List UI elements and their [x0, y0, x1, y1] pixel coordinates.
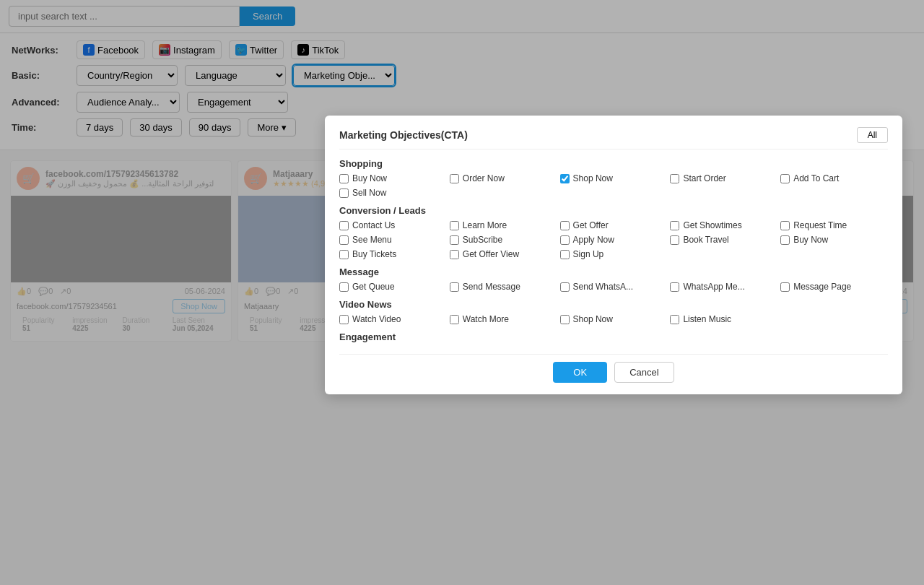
checkbox-send-whatsapp[interactable]: Send WhatsA...	[560, 282, 668, 292]
checkbox-watch-video[interactable]: Watch Video	[339, 314, 447, 324]
checkbox-subscribe-input[interactable]	[450, 235, 459, 245]
shopping-checkboxes: Buy Now Order Now Shop Now Start Order A…	[339, 173, 888, 198]
checkbox-start-order[interactable]: Start Order	[670, 173, 777, 183]
modal-header: Marketing Objectives(CTA) All	[339, 127, 888, 150]
checkbox-apply-now-input[interactable]	[560, 235, 570, 245]
checkbox-book-travel-input[interactable]	[670, 235, 679, 245]
checkbox-learn-more-input[interactable]	[450, 221, 459, 230]
checkbox-add-to-cart-input[interactable]	[780, 174, 790, 183]
checkbox-whatsapp-me[interactable]: WhatsApp Me...	[670, 282, 777, 292]
checkbox-watch-more-input[interactable]	[450, 315, 459, 324]
checkbox-sign-up-input[interactable]	[560, 250, 570, 259]
checkbox-buy-now-1-input[interactable]	[339, 174, 349, 183]
checkbox-get-queue[interactable]: Get Queue	[339, 282, 447, 292]
message-checkboxes: Get Queue Send Message Send WhatsA... Wh…	[339, 282, 888, 292]
checkbox-get-showtimes-input[interactable]	[670, 221, 679, 230]
checkbox-buy-now-1[interactable]: Buy Now	[339, 173, 447, 183]
checkbox-order-now-input[interactable]	[450, 174, 459, 183]
checkbox-watch-more[interactable]: Watch More	[450, 314, 557, 324]
checkbox-get-offer-view[interactable]: Get Offer View	[450, 249, 557, 259]
checkbox-see-menu[interactable]: See Menu	[339, 235, 447, 245]
checkbox-see-menu-input[interactable]	[339, 235, 349, 245]
checkbox-contact-us-input[interactable]	[339, 221, 349, 230]
checkbox-get-queue-input[interactable]	[339, 282, 349, 292]
section-videonews-title: Video News	[339, 299, 888, 310]
checkbox-listen-music-input[interactable]	[670, 315, 679, 324]
checkbox-contact-us[interactable]: Contact Us	[339, 220, 447, 230]
checkbox-request-time[interactable]: Request Time	[780, 220, 888, 230]
checkbox-sign-up[interactable]: Sign Up	[560, 249, 668, 259]
checkbox-order-now[interactable]: Order Now	[450, 173, 557, 183]
checkbox-send-message[interactable]: Send Message	[450, 282, 557, 292]
checkbox-watch-video-input[interactable]	[339, 315, 349, 324]
checkbox-buy-now-2-input[interactable]	[780, 235, 790, 245]
checkbox-send-whatsapp-input[interactable]	[560, 282, 570, 292]
section-shopping-title: Shopping	[339, 158, 888, 169]
checkbox-start-order-input[interactable]	[670, 174, 679, 183]
checkbox-whatsapp-me-input[interactable]	[670, 282, 679, 292]
all-button[interactable]: All	[857, 127, 888, 143]
marketing-objectives-modal: Marketing Objectives(CTA) All Shopping B…	[325, 116, 902, 352]
checkbox-get-offer-view-input[interactable]	[450, 250, 459, 259]
checkbox-get-offer[interactable]: Get Offer	[560, 220, 668, 230]
checkbox-sell-now-input[interactable]	[339, 188, 349, 198]
checkbox-book-travel[interactable]: Book Travel	[670, 235, 777, 245]
checkbox-sell-now[interactable]: Sell Now	[339, 188, 447, 198]
checkbox-buy-now-2[interactable]: Buy Now	[780, 235, 888, 245]
checkbox-add-to-cart[interactable]: Add To Cart	[780, 173, 888, 183]
checkbox-shop-now-2-input[interactable]	[560, 315, 570, 324]
checkbox-get-offer-input[interactable]	[560, 221, 570, 230]
modal-title: Marketing Objectives(CTA)	[339, 129, 468, 141]
checkbox-subscribe[interactable]: SubScribe	[450, 235, 557, 245]
checkbox-message-page-input[interactable]	[780, 282, 790, 292]
checkbox-shop-now-1[interactable]: Shop Now	[560, 173, 668, 183]
checkbox-get-showtimes[interactable]: Get Showtimes	[670, 220, 777, 230]
section-engagement-title: Engagement	[339, 332, 888, 342]
checkbox-apply-now[interactable]: Apply Now	[560, 235, 668, 245]
checkbox-learn-more[interactable]: Learn More	[450, 220, 557, 230]
checkbox-buy-tickets-input[interactable]	[339, 250, 349, 259]
checkbox-request-time-input[interactable]	[780, 221, 790, 230]
videonews-checkboxes: Watch Video Watch More Shop Now Listen M…	[339, 314, 888, 324]
checkbox-shop-now-1-input[interactable]	[560, 174, 570, 183]
checkbox-message-page[interactable]: Message Page	[780, 282, 888, 292]
checkbox-buy-tickets[interactable]: Buy Tickets	[339, 249, 447, 259]
section-message-title: Message	[339, 266, 888, 277]
checkbox-shop-now-2[interactable]: Shop Now	[560, 314, 668, 324]
checkbox-send-message-input[interactable]	[450, 282, 459, 292]
section-conversion-title: Conversion / Leads	[339, 205, 888, 216]
conversion-checkboxes: Contact Us Learn More Get Offer Get Show…	[339, 220, 888, 259]
checkbox-listen-music[interactable]: Listen Music	[670, 314, 777, 324]
